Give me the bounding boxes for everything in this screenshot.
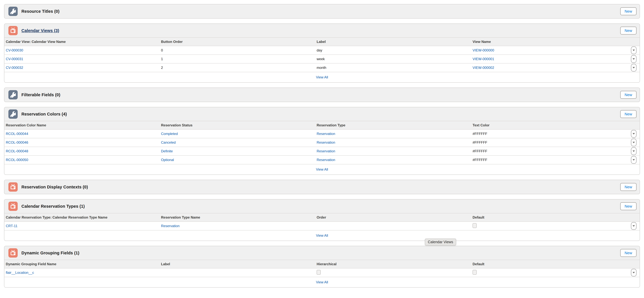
new-button[interactable]: New xyxy=(620,27,636,35)
status-link[interactable]: Definite xyxy=(161,149,173,153)
chevron-down-icon xyxy=(632,67,635,68)
column-header: Hierarchical xyxy=(317,262,472,266)
hierarchical-checkbox[interactable] xyxy=(317,270,321,275)
table-header-row: Reservation Color Name Reservation Statu… xyxy=(4,121,640,130)
row-actions-button[interactable] xyxy=(631,156,636,164)
chevron-down-icon xyxy=(632,225,635,227)
table-header-row: Calendar View: Calendar View Name Button… xyxy=(4,38,640,46)
record-link[interactable]: CV-000030 xyxy=(6,48,23,52)
record-link[interactable]: RCOL-000050 xyxy=(6,158,28,162)
table-row: CV-000032 2 month VIEW-000002 xyxy=(4,64,640,72)
row-actions-button[interactable] xyxy=(631,55,636,63)
view-all-row: View All xyxy=(4,230,640,241)
new-button[interactable]: New xyxy=(620,202,636,210)
new-button[interactable]: New xyxy=(620,249,636,257)
card-header: Calendar Reservation Types (1) New xyxy=(4,199,640,213)
chevron-down-icon xyxy=(632,133,635,135)
cell-label: day xyxy=(317,48,472,52)
table-row: CRT-11 Reservation xyxy=(4,222,640,230)
column-header: Label xyxy=(161,262,317,266)
card-header: Filterable Fields (0) New xyxy=(4,88,640,102)
cell-label: week xyxy=(317,57,472,61)
tv-icon xyxy=(8,182,18,192)
new-button[interactable]: New xyxy=(620,110,636,118)
column-header: Button Order xyxy=(161,40,317,44)
wrench-icon xyxy=(8,7,18,16)
table-row: RCOL-000044 Completed Reservation #FFFFF… xyxy=(4,130,640,138)
card-title-link[interactable]: Calendar Views (3) xyxy=(22,28,59,33)
table-row: CV-000030 0 day VIEW-000000 xyxy=(4,46,640,55)
row-actions-button[interactable] xyxy=(631,147,636,155)
card-title: Dynamic Grouping Fields (1) xyxy=(22,251,79,255)
view-all-row: View All xyxy=(4,72,640,82)
view-all-link[interactable]: View All xyxy=(316,75,328,79)
row-actions-button[interactable] xyxy=(631,130,636,138)
cell-button-order: 2 xyxy=(161,66,317,70)
card-header: Resource Titles (0) New xyxy=(4,4,640,18)
card-title: Calendar Reservation Types (1) xyxy=(22,204,85,209)
column-header: Label xyxy=(317,40,472,44)
card-resource-titles: Resource Titles (0) New xyxy=(4,4,640,19)
card-dynamic-grouping-fields: Dynamic Grouping Fields (1) New Dynamic … xyxy=(4,246,640,287)
tooltip-calendar-views: Calendar Views xyxy=(425,238,456,245)
column-header: Default xyxy=(472,262,622,266)
column-header: Reservation Color Name xyxy=(6,123,161,127)
status-link[interactable]: Optional xyxy=(161,158,174,162)
cell-label: month xyxy=(317,66,472,70)
card-header: Calendar Views (3) New xyxy=(4,24,640,38)
view-all-link[interactable]: View All xyxy=(316,233,328,237)
row-actions-button[interactable] xyxy=(631,222,636,230)
tv-icon xyxy=(8,26,18,35)
view-all-row: View All xyxy=(4,164,640,174)
column-header: Reservation Status xyxy=(161,123,317,127)
view-all-link[interactable]: View All xyxy=(316,280,328,284)
default-checkbox[interactable] xyxy=(472,270,477,275)
type-link[interactable]: Reservation xyxy=(317,140,335,144)
new-button[interactable]: New xyxy=(620,183,636,191)
card-title: Reservation Colors (4) xyxy=(22,112,67,117)
view-all-row: View All xyxy=(4,277,640,287)
row-actions-button[interactable] xyxy=(631,139,636,146)
tv-icon xyxy=(8,248,18,257)
column-header: Order xyxy=(317,215,472,219)
chevron-down-icon xyxy=(632,58,635,60)
record-link[interactable]: RCOL-000044 xyxy=(6,132,28,136)
table-row: CV-000031 1 week VIEW-000001 xyxy=(4,55,640,64)
row-actions-button[interactable] xyxy=(631,269,636,276)
status-link[interactable]: Canceled xyxy=(161,140,176,144)
card-title: Resource Titles (0) xyxy=(22,9,60,14)
default-checkbox[interactable] xyxy=(472,223,477,228)
type-name-link[interactable]: Reservation xyxy=(161,224,180,228)
table-header-row: Calendar Reservation Type: Calendar Rese… xyxy=(4,213,640,222)
type-link[interactable]: Reservation xyxy=(317,132,335,136)
column-header: Text Color xyxy=(472,123,622,127)
card-filterable-fields: Filterable Fields (0) New xyxy=(4,88,640,102)
new-button[interactable]: New xyxy=(620,91,636,99)
card-reservation-display-contexts: Reservation Display Contexts (0) New xyxy=(4,180,640,194)
cell-text-color: #FFFFFF xyxy=(472,149,622,153)
type-link[interactable]: Reservation xyxy=(317,149,335,153)
cell-button-order: 1 xyxy=(161,57,317,61)
record-link[interactable]: CV-000032 xyxy=(6,66,23,70)
new-button[interactable]: New xyxy=(620,8,636,15)
column-header: View Name xyxy=(472,40,622,44)
wrench-icon xyxy=(8,109,18,119)
view-name-link[interactable]: VIEW-000001 xyxy=(472,57,494,61)
view-all-link[interactable]: View All xyxy=(316,167,328,171)
view-name-link[interactable]: VIEW-000000 xyxy=(472,48,494,52)
status-link[interactable]: Completed xyxy=(161,132,178,136)
record-link[interactable]: RCOL-000048 xyxy=(6,149,28,153)
record-link[interactable]: CV-000031 xyxy=(6,57,23,61)
record-link[interactable]: RCOL-000046 xyxy=(6,140,28,145)
row-actions-button[interactable] xyxy=(631,64,636,72)
record-link[interactable]: flair__Location__c xyxy=(6,271,34,275)
row-actions-button[interactable] xyxy=(631,47,636,54)
type-link[interactable]: Reservation xyxy=(317,158,335,162)
table-row: RCOL-000046 Canceled Reservation #FFFFFF xyxy=(4,138,640,147)
related-lists-page: Resource Titles (0) New Calendar Views (… xyxy=(0,0,644,296)
column-header: Dynamic Grouping Field Name xyxy=(6,262,161,266)
view-name-link[interactable]: VIEW-000002 xyxy=(472,66,494,70)
column-header: Default xyxy=(472,215,622,219)
table-row: RCOL-000050 Optional Reservation #FFFFFF xyxy=(4,156,640,164)
record-link[interactable]: CRT-11 xyxy=(6,224,17,228)
